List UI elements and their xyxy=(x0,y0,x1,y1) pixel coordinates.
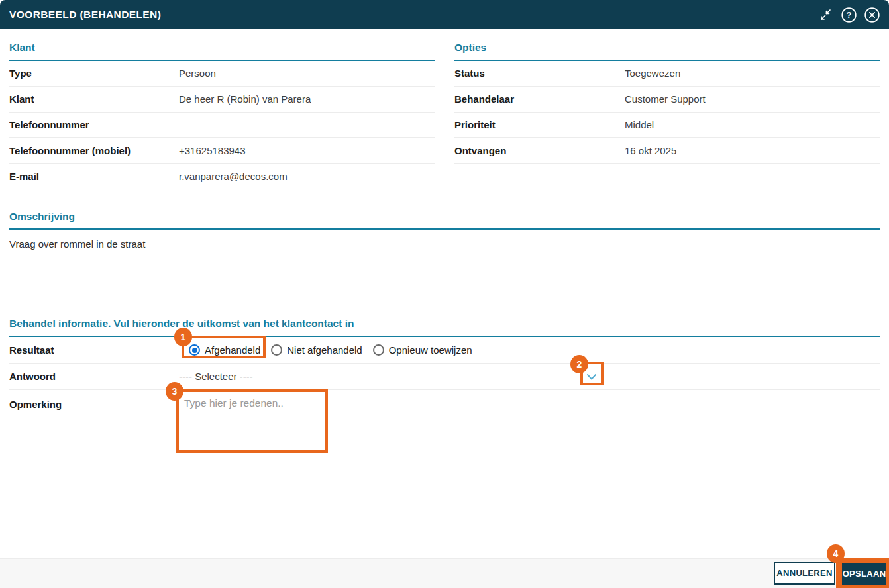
antwoord-select-value[interactable]: ---- Selecteer ---- xyxy=(179,371,253,382)
field-row-status: Status Toegewezen xyxy=(454,61,880,87)
field-value: Persoon xyxy=(179,68,216,79)
field-label: Behandelaar xyxy=(454,93,625,105)
field-row-antwoord: Antwoord ---- Selecteer ---- xyxy=(9,364,880,390)
field-label: E-mail xyxy=(9,171,179,182)
section-opties: Opties Status Toegewezen Behandelaar Cus… xyxy=(454,38,880,164)
dialog-title: VOORBEELD (BEHANDELEN) xyxy=(0,9,161,21)
radio-button-icon[interactable] xyxy=(189,344,200,356)
section-omschrijving-header: Omschrijving xyxy=(9,207,880,230)
annuleren-button[interactable]: ANNULEREN xyxy=(774,562,835,585)
section-behandel-informatie: Behandel informatie. Vul hieronder de ui… xyxy=(9,314,880,460)
dialog-footer xyxy=(0,558,889,588)
field-label: Opmerking xyxy=(9,390,179,410)
chevron-down-icon[interactable] xyxy=(584,369,599,384)
field-value: 16 okt 2025 xyxy=(625,145,676,156)
resultaat-radio-group: Afgehandeld Niet afgehandeld Opnieuw toe… xyxy=(189,344,472,356)
field-row-behandelaar: Behandelaar Customer Support xyxy=(454,87,880,113)
field-label: Klant xyxy=(9,93,179,105)
field-row-klant: Klant De heer R (Robin) van Parera xyxy=(9,87,435,113)
dialog-voorbeeld-behandelen: VOORBEELD (BEHANDELEN) ? xyxy=(0,0,889,588)
field-label: Resultaat xyxy=(9,344,179,356)
opmerking-textarea[interactable] xyxy=(180,395,329,454)
section-omschrijving: Omschrijving Vraag over rommel in de str… xyxy=(9,207,880,250)
field-label: Status xyxy=(454,68,625,79)
radio-button-icon[interactable] xyxy=(271,344,282,356)
omschrijving-text: Vraag over rommel in de straat xyxy=(9,230,880,250)
field-label: Antwoord xyxy=(9,371,179,382)
radio-niet-afgehandeld[interactable]: Niet afgehandeld xyxy=(271,344,362,356)
field-row-opmerking: Opmerking xyxy=(9,390,880,460)
field-label: Telefoonnummer xyxy=(9,119,179,130)
opslaan-button[interactable]: OPSLAAN xyxy=(842,563,886,585)
radio-label: Niet afgehandeld xyxy=(287,344,362,356)
radio-afgehandeld[interactable]: Afgehandeld xyxy=(189,344,260,356)
field-row-prioriteit: Prioriteit Middel xyxy=(454,113,880,138)
collapse-window-icon[interactable] xyxy=(818,7,833,23)
field-value: Toegewezen xyxy=(625,68,680,79)
radio-button-icon[interactable] xyxy=(373,344,384,356)
radio-label: Opnieuw toewijzen xyxy=(389,344,472,356)
radio-label: Afgehandeld xyxy=(205,344,260,356)
field-label: Type xyxy=(9,68,179,79)
field-label: Prioriteit xyxy=(454,119,625,130)
radio-opnieuw-toewijzen[interactable]: Opnieuw toewijzen xyxy=(373,344,472,356)
help-icon[interactable]: ? xyxy=(841,7,857,23)
section-behandel-header: Behandel informatie. Vul hieronder de ui… xyxy=(9,314,880,337)
field-label: Ontvangen xyxy=(454,145,625,156)
field-row-resultaat: Resultaat Afgehandeld Niet afgehandeld O… xyxy=(9,337,880,364)
field-row-telefoonnummer-mobiel: Telefoonnummer (mobiel) +31625183943 xyxy=(9,138,435,164)
field-row-telefoonnummer: Telefoonnummer xyxy=(9,113,435,138)
titlebar-icons: ? xyxy=(818,7,889,23)
field-row-email: E-mail r.vanparera@decos.com xyxy=(9,164,435,189)
field-value: r.vanparera@decos.com xyxy=(179,171,288,182)
field-value: +31625183943 xyxy=(179,145,246,156)
field-value: De heer R (Robin) van Parera xyxy=(179,93,311,105)
field-value: Customer Support xyxy=(625,93,706,105)
section-klant: Klant Type Persoon Klant De heer R (Robi… xyxy=(9,38,435,189)
field-label: Telefoonnummer (mobiel) xyxy=(9,145,179,156)
field-row-type: Type Persoon xyxy=(9,61,435,87)
section-opties-header: Opties xyxy=(454,38,880,61)
section-klant-header: Klant xyxy=(9,38,435,61)
field-row-ontvangen: Ontvangen 16 okt 2025 xyxy=(454,138,880,164)
close-icon[interactable] xyxy=(864,7,880,23)
dialog-titlebar: VOORBEELD (BEHANDELEN) ? xyxy=(0,0,889,29)
field-value: Middel xyxy=(625,119,654,130)
svg-text:?: ? xyxy=(847,10,852,20)
